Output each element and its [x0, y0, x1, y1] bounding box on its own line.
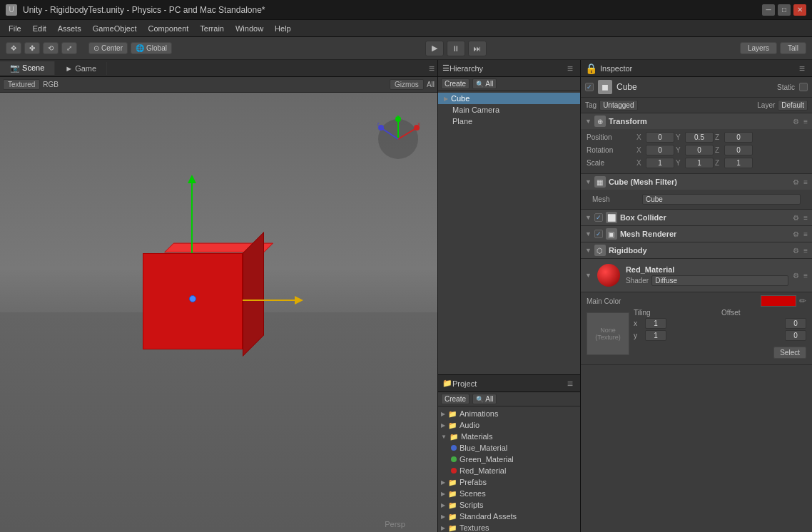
project-item-scripts[interactable]: ▶ 📁 Scripts — [438, 499, 580, 511]
scale-x-field[interactable]: 1 — [646, 158, 674, 168]
rigidbody-header[interactable]: ▼ ⬡ Rigidbody ⚙ ≡ — [581, 242, 812, 258]
shading-dropdown[interactable]: Textured — [3, 79, 40, 90]
mesh-renderer-header[interactable]: ▼ ▣ Mesh Renderer ⚙ ≡ — [581, 226, 812, 242]
project-item-blue-material[interactable]: Blue_Material — [438, 442, 580, 454]
project-item-standard-assets[interactable]: ▶ 📁 Standard Assets — [438, 511, 580, 522]
move-tool[interactable]: ✤ — [24, 42, 40, 54]
rotation-z-field[interactable]: 0 — [724, 145, 753, 155]
window-controls[interactable]: ─ □ ✕ — [762, 4, 806, 16]
menu-edit[interactable]: Edit — [27, 23, 52, 34]
position-y-field[interactable]: 0.5 — [685, 132, 714, 143]
menu-window[interactable]: Window — [230, 23, 269, 34]
static-checkbox[interactable] — [799, 83, 808, 91]
component-settings-icon[interactable]: ⚙ — [793, 272, 799, 280]
scale-z-field[interactable]: 1 — [724, 158, 753, 168]
component-settings-icon[interactable]: ⚙ — [793, 214, 799, 222]
project-item-prefabs[interactable]: ▶ 📁 Prefabs — [438, 476, 580, 488]
rotation-y-field[interactable]: 0 — [685, 145, 714, 155]
pause-button[interactable]: ⏸ — [447, 41, 465, 56]
object-name-field[interactable]: Cube — [616, 82, 773, 92]
project-item-audio[interactable]: ▶ 📁 Audio — [438, 419, 580, 431]
hand-tool[interactable]: ✥ — [6, 42, 21, 54]
transform-handle[interactable] — [189, 295, 196, 302]
step-button[interactable]: ⏭ — [468, 41, 487, 56]
component-settings-icon[interactable]: ⚙ — [793, 230, 799, 238]
component-menu-icon[interactable]: ≡ — [803, 214, 808, 222]
layer-dropdown[interactable]: Default — [778, 100, 808, 111]
project-panel-options[interactable]: ≡ — [564, 378, 576, 389]
cube-object[interactable] — [143, 250, 268, 364]
gizmos-btn[interactable]: Gizmos — [390, 79, 424, 90]
mesh-value[interactable]: Cube — [642, 194, 801, 205]
menu-file[interactable]: File — [3, 23, 27, 34]
tiling-x-field[interactable]: 1 — [645, 318, 666, 329]
close-button[interactable]: ✕ — [793, 4, 806, 16]
maximize-button[interactable]: □ — [778, 4, 791, 16]
global-toggle[interactable]: 🌐 Global — [131, 42, 172, 54]
position-z-field[interactable]: 0 — [724, 132, 753, 143]
scene-gizmo[interactable]: Y X Z — [373, 114, 423, 164]
box-collider-header[interactable]: ▼ ⬜ Box Collider ⚙ ≡ — [581, 210, 812, 225]
select-button[interactable]: Select — [773, 347, 806, 359]
menu-component[interactable]: Component — [142, 23, 194, 34]
project-item-red-material[interactable]: Red_Material — [438, 465, 580, 476]
tag-dropdown[interactable]: Untagged — [599, 100, 637, 111]
hierarchy-item-maincamera[interactable]: Main Camera — [438, 104, 580, 116]
scene-panel-options[interactable]: ≡ — [426, 63, 437, 74]
menu-help[interactable]: Help — [269, 23, 297, 34]
hierarchy-all-btn[interactable]: 🔍 All — [472, 78, 497, 89]
component-menu-icon[interactable]: ≡ — [803, 118, 808, 126]
material-component: ▼ Red_Material Shader Diffuse ⚙ ≡ — [581, 259, 812, 365]
scale-tool[interactable]: ⤢ — [61, 42, 77, 54]
offset-y-field[interactable]: 0 — [785, 330, 806, 341]
material-header[interactable]: ▼ Red_Material Shader Diffuse ⚙ ≡ — [581, 259, 812, 292]
component-settings-icon[interactable]: ⚙ — [793, 178, 799, 186]
project-item-materials[interactable]: ▼ 📁 Materials — [438, 431, 580, 442]
minimize-button[interactable]: ─ — [762, 4, 775, 16]
transform-header[interactable]: ▼ ⊕ Transform ⚙ ≡ — [581, 113, 812, 129]
tab-scene[interactable]: 📷 Scene — [0, 61, 55, 75]
hierarchy-create-btn[interactable]: Create — [441, 78, 470, 89]
mesh-renderer-enabled[interactable] — [594, 230, 603, 238]
project-item-scenes[interactable]: ▶ 📁 Scenes — [438, 488, 580, 499]
hierarchy-panel-options[interactable]: ≡ — [564, 63, 576, 74]
project-item-animations[interactable]: ▶ 📁 Animations — [438, 408, 580, 419]
component-settings-icon[interactable]: ⚙ — [793, 247, 799, 255]
inspector-panel-options[interactable]: ≡ — [796, 63, 808, 74]
tab-game[interactable]: ► Game — [55, 62, 107, 75]
layers-dropdown[interactable]: Layers — [740, 42, 777, 54]
component-settings-icon[interactable]: ⚙ — [793, 118, 799, 126]
object-active-checkbox[interactable] — [585, 83, 594, 91]
object-type-icon: ◼ — [598, 80, 612, 94]
box-collider-enabled[interactable] — [594, 213, 603, 222]
component-menu-icon[interactable]: ≡ — [803, 178, 808, 186]
layout-dropdown[interactable]: Tall — [780, 42, 806, 54]
position-x-field[interactable]: 0 — [646, 132, 674, 143]
scene-view[interactable]: Y X Z Persp — [0, 93, 437, 532]
menu-terrain[interactable]: Terrain — [194, 23, 230, 34]
project-create-btn[interactable]: Create — [441, 394, 470, 404]
hierarchy-item-plane[interactable]: Plane — [438, 116, 580, 127]
shader-dropdown[interactable]: Diffuse — [651, 275, 788, 286]
menu-assets[interactable]: Assets — [52, 23, 87, 34]
center-toggle[interactable]: ⊙ Center — [88, 42, 128, 54]
texture-preview[interactable]: None (Texture) — [587, 312, 629, 355]
main-color-swatch[interactable] — [761, 295, 796, 307]
mesh-filter-header[interactable]: ▼ ▦ Cube (Mesh Filter) ⚙ ≡ — [581, 174, 812, 190]
offset-x-field[interactable]: 0 — [785, 318, 806, 329]
menu-gameobject[interactable]: GameObject — [87, 23, 143, 34]
component-menu-icon[interactable]: ≡ — [803, 230, 808, 238]
project-item-textures[interactable]: ▶ 📁 Textures — [438, 522, 580, 532]
component-menu-icon[interactable]: ≡ — [803, 247, 808, 255]
color-edit-icon[interactable]: ✏ — [799, 296, 806, 306]
tiling-y-field[interactable]: 1 — [645, 330, 666, 341]
scale-y-field[interactable]: 1 — [685, 158, 714, 168]
hierarchy-item-cube[interactable]: ▶ Cube — [438, 93, 580, 104]
project-all-btn[interactable]: 🔍 All — [472, 394, 497, 404]
component-menu-icon[interactable]: ≡ — [803, 272, 808, 280]
project-item-green-material[interactable]: Green_Material — [438, 454, 580, 465]
rotate-tool[interactable]: ⟲ — [43, 42, 59, 54]
play-button[interactable]: ▶ — [425, 41, 444, 56]
position-x-group: X 0 — [636, 132, 674, 143]
rotation-x-field[interactable]: 0 — [646, 145, 674, 155]
